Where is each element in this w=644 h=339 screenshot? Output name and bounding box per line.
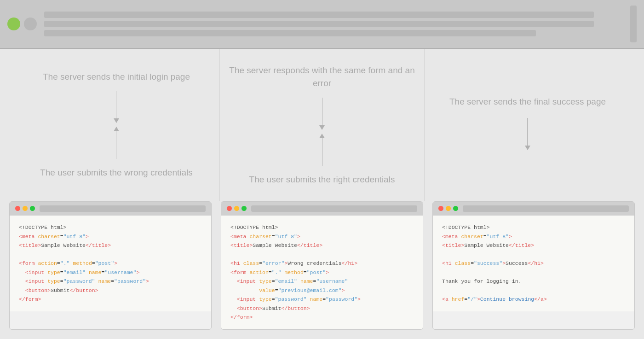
code-line: <button>Submit</button> [19,286,202,295]
diagram-col1-top-text: The server sends the initial login page [43,70,190,84]
diagram-col-1: The server sends the initial login page … [14,49,219,201]
url-bar-3[interactable] [463,205,629,212]
browsers-row: <!DOCTYPE html> <meta charset="utf-8"> <… [0,201,644,339]
arrowhead-up-2 [319,134,325,138]
code-line: <form action="." method="post"> [19,259,202,268]
address-bar-3 [44,30,536,36]
code-line: <title>Sample Website</title> [230,241,414,250]
code-line: <input type="email" name="username"> [19,268,202,277]
code-line: <title>Sample Website</title> [19,241,202,250]
tl-green-3 [453,206,458,211]
vline-down-1 [116,91,116,118]
browser-content-2: <!DOCTYPE html> <meta charset="utf-8"> <… [221,216,423,329]
vline-up-2 [322,138,322,166]
tl-red-2 [227,206,232,211]
diagram-col1-arrows [114,88,119,162]
diagram-area: The server sends the initial login page … [0,49,644,201]
arrow-down-2 [319,98,325,130]
dot-green [7,18,20,30]
url-bar-2[interactable] [251,205,417,212]
address-bar-2 [44,21,594,27]
tl-red-1 [15,206,20,211]
arrowhead-down-2 [319,125,325,130]
browser-window-3: <!DOCTYPE html> <meta charset="utf-8"> <… [432,201,635,330]
top-browser-bar [0,0,644,49]
traffic-lights-2 [227,206,247,211]
code-line: <h1 class="success">Success</h1> [442,259,625,268]
browser-titlebar-2 [221,202,423,216]
arrowhead-down-1 [114,118,119,123]
code-line [442,268,625,277]
top-browser-dots [7,18,37,30]
code-line: value="previous@email.com"> [230,286,414,295]
arrowhead-up-1 [114,127,119,131]
browser-window-1: <!DOCTYPE html> <meta charset="utf-8"> <… [9,201,212,330]
browser-content-3: <!DOCTYPE html> <meta charset="utf-8"> <… [433,216,634,311]
dot-gray [24,18,37,30]
arrow-up-1 [114,127,119,159]
code-line: <input type="password" name="password"> [19,277,202,286]
code-line: <!DOCTYPE html> [442,223,625,232]
arrowhead-col3 [525,146,530,150]
tl-yellow-2 [234,206,239,211]
top-address-bars [44,12,623,36]
code-line [19,250,202,259]
tl-green-2 [242,206,247,211]
code-line: <h1 class="error">Wrong credentials</h1> [230,259,414,268]
tl-yellow-3 [446,206,451,211]
browser-titlebar-1 [10,202,211,216]
code-line [442,286,625,295]
code-line: <meta charset="utf-8"> [442,232,625,241]
code-line: <title>Sample Website</title> [442,241,625,250]
code-line: <button>Submit</button> [230,304,414,313]
diagram-col3-text: The server sends the final success page [449,95,606,109]
traffic-lights-3 [438,206,458,211]
code-line [230,250,414,259]
arrow-down-1 [114,91,119,123]
vline-down-2 [322,98,322,125]
tl-red-3 [438,206,443,211]
tl-yellow-1 [23,206,28,211]
diagram-col1-bottom-text: The user submits the wrong credentials [40,166,193,180]
code-line: <!DOCTYPE html> [19,223,202,232]
vline-up-1 [116,131,116,159]
diagram-col3-arrow [525,118,530,155]
code-line: Thank you for logging in. [442,277,625,286]
code-line: </form> [19,295,202,304]
code-line: <input type="email" name="username" [230,277,414,286]
code-line [442,250,625,259]
tl-green-1 [30,206,35,211]
traffic-lights-1 [15,206,35,211]
diagram-col-2: The server responds with the same form a… [219,49,425,201]
url-bar-1[interactable] [40,205,206,212]
code-line: <meta charset="utf-8"> [19,232,202,241]
diagram-col2-bottom-text: The user submits the right credentials [249,173,395,187]
code-line: <a href="/">Continue browsing</a> [442,295,625,304]
code-line: <form action="." method="post"> [230,268,414,277]
browser-content-1: <!DOCTYPE html> <meta charset="utf-8"> <… [10,216,211,311]
diagram-col2-arrows [319,95,325,169]
scrollbar[interactable] [630,6,637,42]
arrow-up-2 [319,134,325,166]
code-line: <!DOCTYPE html> [230,223,414,232]
browser-window-2: <!DOCTYPE html> <meta charset="utf-8"> <… [221,201,423,330]
diagram-col2-top-text: The server responds with the same form a… [219,64,425,90]
code-line: <input type="password" name="password"> [230,295,414,304]
code-line: </form> [230,313,414,322]
diagram-col-3: The server sends the final success page [425,49,630,201]
browser-titlebar-3 [433,202,634,216]
code-line: <meta charset="utf-8"> [230,232,414,241]
address-bar-1 [44,12,594,18]
vline-col3 [527,118,528,146]
